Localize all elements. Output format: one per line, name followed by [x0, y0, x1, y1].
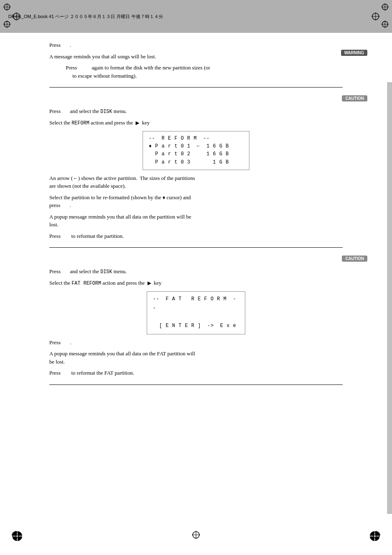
header-file-info: DR-01_OM_E.book 41 ページ ２００５年６月１３日 月曜日 午後… [8, 14, 163, 20]
section3-para2: Select the FAT REFORM action and press t… [49, 279, 343, 287]
header-corner-tl [3, 3, 11, 12]
bottom-right-crosshair [372, 531, 380, 541]
section2-para1: Press and select the DISK menu. [49, 107, 343, 115]
header-bar: DR-01_OM_E.book 41 ページ ２００５年６月１３日 月曜日 午後… [0, 0, 392, 33]
reform-display: -- R E F O R M -- ♦ P a r t 0 1 ← 1 6 G … [143, 131, 249, 170]
section-1: WARNING Press . A message reminds you th… [49, 41, 343, 88]
fat-line-2 [153, 313, 239, 322]
mono-line-1: -- R E F O R M -- [149, 135, 243, 143]
bottom-left-crosshair [12, 531, 20, 541]
main-content: WARNING Press . A message reminds you th… [0, 33, 392, 409]
section2-para4: Select the partition to be re-formatted … [49, 193, 343, 210]
mono-line-2: ♦ P a r t 0 1 ← 1 6 G B [149, 143, 243, 150]
section2-para3: An arrow (←) shows the active partition.… [49, 174, 343, 190]
caution-badge-2: CAUTION [342, 256, 367, 262]
section1-para2: A message reminds you that all songs wil… [49, 53, 343, 61]
fat-reform-display: -- F A T R E F O R M -- [ E N T E R ] ->… [147, 291, 245, 334]
section1-para3: Press again to format the disk with the … [49, 64, 343, 80]
section2-para6: Press to reformat the partition. [49, 232, 343, 240]
header-corner-tr [381, 3, 389, 12]
caution-badge-container-2: CAUTION [342, 255, 367, 262]
arrow-icon: ▶ [136, 119, 139, 127]
section1-para1: Press . [49, 41, 343, 49]
warning-badge: WARNING [341, 50, 367, 56]
section2-para2: Select the REFORM action and press the ▶… [49, 119, 343, 127]
section3-para3: Press . [49, 339, 343, 347]
fat-line-1: -- F A T R E F O R M -- [153, 295, 239, 313]
divider-3 [49, 385, 343, 385]
section3-para4: A popup message reminds you that all dat… [49, 350, 343, 366]
bottom-center-crosshair [192, 531, 200, 541]
section3-para5: Press to reformat the FAT partition. [49, 369, 343, 377]
page-corner-tr [371, 12, 380, 22]
header-corner-br [381, 21, 389, 30]
section-2: CAUTION Press and select the DISK menu. … [49, 95, 343, 248]
mono-line-3: P a r t 0 2 1 6 G B [149, 150, 243, 158]
mono-line-4: P a r t 0 3 1 G B [149, 159, 243, 166]
arrow-icon-2: ▶ [148, 279, 151, 287]
section2-para5: A popup message reminds you that all dat… [49, 213, 343, 229]
section3-para1: Press and select the DISK menu. [49, 267, 343, 276]
caution-badge-container-1: CAUTION [342, 95, 367, 101]
section-3: CAUTION Press and select the DISK menu. … [49, 255, 343, 385]
header-corner-bl [3, 21, 11, 30]
fat-line-3: [ E N T E R ] -> E x e [153, 322, 239, 331]
warning-badge-container: WARNING [341, 49, 367, 56]
caution-badge-1: CAUTION [342, 95, 367, 101]
page-corner-tl [12, 12, 21, 22]
divider-2 [49, 247, 343, 248]
divider-1 [49, 87, 343, 88]
